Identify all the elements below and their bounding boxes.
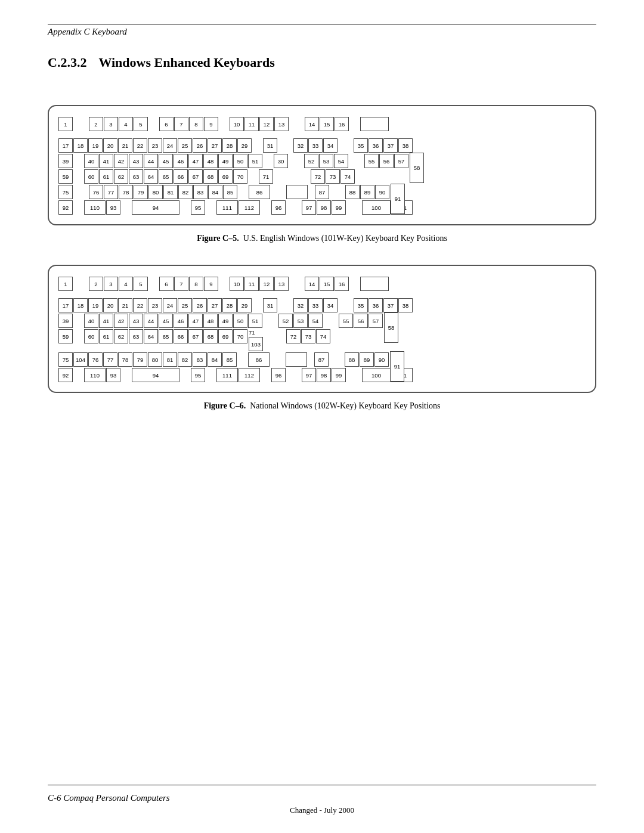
key-67: 67	[188, 169, 203, 184]
k2-1: 1	[58, 277, 73, 291]
key-83: 83	[193, 185, 208, 199]
key-95: 95	[191, 200, 205, 215]
key-65: 65	[159, 169, 173, 184]
key-54: 54	[334, 154, 348, 168]
k2-41: 41	[99, 314, 113, 328]
k2-54: 54	[308, 314, 323, 328]
key-75: 75	[58, 185, 73, 199]
key-15: 15	[320, 117, 334, 131]
keyboard-diagram-102w: 1 2 3 4 5 6 7 8 9 10 11 12 13 14 15 16 1	[48, 265, 596, 393]
kbd-row-6: 92 110 93 94 95 111 112 96 97 98 99 100 …	[58, 200, 586, 215]
k2-74: 74	[316, 329, 330, 343]
key-57: 57	[394, 154, 408, 168]
k2-6: 6	[159, 277, 174, 291]
key-92: 92	[58, 200, 73, 215]
key-29: 29	[237, 138, 252, 153]
k2-80: 80	[148, 352, 162, 367]
k2-111: 111	[216, 368, 238, 382]
k2-13: 13	[274, 277, 289, 291]
page: Appendix C Keyboard C.2.3.2 Windows Enha…	[0, 0, 644, 833]
k2-31: 31	[263, 298, 277, 312]
kbd2-row-6: 92 110 93 94 95 111 112 96 97 98 99 100 …	[58, 368, 586, 382]
k2-81: 81	[163, 352, 177, 367]
key-4: 4	[119, 117, 133, 131]
k2-23: 23	[148, 298, 162, 312]
key-6: 6	[159, 117, 174, 131]
figure5-label: Figure C–5.	[197, 234, 239, 243]
key-81: 81	[163, 185, 178, 199]
key-59: 59	[58, 169, 73, 184]
kbd2-row-2: 17 18 19 20 21 22 23 24 25 26 27 28 29 3…	[58, 298, 586, 312]
key-25: 25	[178, 138, 192, 153]
key-23: 23	[148, 138, 162, 153]
key-45: 45	[159, 154, 173, 168]
key-18: 18	[73, 138, 88, 153]
key-17: 17	[58, 138, 73, 153]
key-80: 80	[148, 185, 163, 199]
k2-10: 10	[230, 277, 244, 291]
key-8: 8	[189, 117, 203, 131]
key-31: 31	[263, 138, 277, 153]
k2-55: 55	[339, 314, 353, 328]
k2-28: 28	[222, 298, 237, 312]
kbd2-row-4: 59 60 61 62 63 64 65 66 67 68 69 70 71 1…	[58, 329, 586, 351]
key-96: 96	[271, 200, 286, 215]
k2-15: 15	[320, 277, 334, 291]
k2-18: 18	[73, 298, 88, 312]
k2-power	[360, 277, 389, 291]
k2-69: 69	[218, 329, 233, 343]
key-12: 12	[259, 117, 274, 131]
key-63: 63	[129, 169, 143, 184]
kbd-row-3: 39 40 41 42 43 44 45 46 47 48 49 50 51 3…	[58, 154, 586, 168]
k2-60: 60	[84, 329, 98, 343]
k2-99: 99	[332, 368, 346, 382]
keyboard-diagram-101w: 1 2 3 4 5 6 7 8 9 10 11 12 13 14 15 16 1	[48, 105, 596, 225]
key-20: 20	[103, 138, 117, 153]
figure5-caption: Figure C–5. U.S. English Windows (101W-K…	[48, 234, 596, 243]
k2-48: 48	[203, 314, 218, 328]
key-86: 86	[249, 185, 270, 199]
key-52: 52	[304, 154, 318, 168]
key-84: 84	[208, 185, 222, 199]
k2-73: 73	[301, 329, 315, 343]
k2-46: 46	[174, 314, 188, 328]
key-87-label: 87	[315, 185, 329, 199]
k2-85: 85	[222, 352, 237, 367]
kbd2-row-3: 39 40 41 42 43 44 45 46 47 48 49 50 51 5…	[58, 314, 586, 328]
k2-90: 90	[374, 352, 389, 367]
k2-94: 94	[132, 368, 179, 382]
k2-59: 59	[58, 329, 73, 343]
key-1: 1	[58, 117, 73, 131]
k2-37: 37	[383, 298, 398, 312]
key-5: 5	[134, 117, 148, 131]
k2-98: 98	[317, 368, 331, 382]
key-51: 51	[248, 154, 262, 168]
k2-61: 61	[99, 329, 113, 343]
key-9: 9	[204, 117, 218, 131]
k2-52: 52	[278, 314, 293, 328]
key-3: 3	[104, 117, 118, 131]
k2-32: 32	[293, 298, 308, 312]
key-98: 98	[317, 200, 331, 215]
key-88: 88	[345, 185, 360, 199]
key-93: 93	[106, 200, 120, 215]
k2-91: 91	[390, 351, 404, 382]
k2-89: 89	[360, 352, 374, 367]
key-14: 14	[305, 117, 319, 131]
k2-12: 12	[259, 277, 274, 291]
k2-76: 76	[88, 352, 103, 367]
key-70: 70	[233, 169, 247, 184]
footer-left: C-6 Compaq Personal Computers	[48, 793, 170, 803]
key-66: 66	[174, 169, 188, 184]
key-41: 41	[99, 154, 113, 168]
k2-35: 35	[354, 298, 368, 312]
k2-3: 3	[104, 277, 118, 291]
breadcrumb: Appendix C Keyboard	[48, 27, 596, 37]
key-74: 74	[340, 169, 355, 184]
k2-44: 44	[144, 314, 158, 328]
key-61: 61	[99, 169, 113, 184]
kbd-row-1: 1 2 3 4 5 6 7 8 9 10 11 12 13 14 15 16	[58, 117, 586, 131]
k2-72: 72	[286, 329, 301, 343]
key-24: 24	[163, 138, 177, 153]
key-39: 39	[58, 154, 73, 168]
